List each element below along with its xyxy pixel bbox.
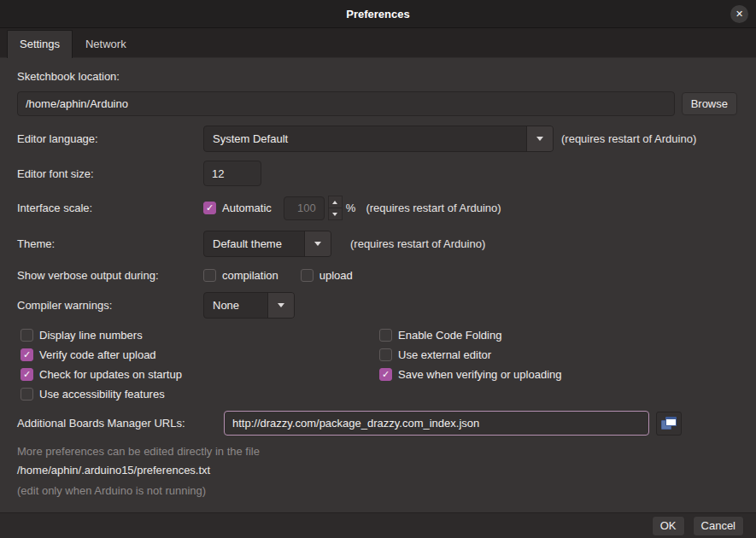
editor-language-dropdown[interactable]: System Default [203, 126, 554, 152]
browse-button[interactable]: Browse [682, 92, 737, 115]
verbose-compilation-label[interactable]: compilation [222, 269, 278, 282]
enable-code-folding-option[interactable]: Enable Code Folding [379, 325, 562, 345]
tab-network[interactable]: Network [73, 30, 139, 58]
theme-label: Theme: [17, 237, 203, 250]
enable-code-folding-label[interactable]: Enable Code Folding [398, 329, 501, 342]
sketchbook-location-label: Sketchbook location: [17, 70, 120, 83]
ok-button[interactable]: OK [652, 516, 685, 536]
enable-code-folding-checkbox[interactable] [379, 329, 392, 342]
display-line-numbers-checkbox[interactable] [21, 329, 33, 342]
save-when-verifying-label[interactable]: Save when verifying or uploading [398, 368, 562, 381]
theme-note: (requires restart of Arduino) [350, 237, 485, 250]
boards-manager-urls-label: Additional Boards Manager URLs: [17, 417, 224, 430]
compiler-warnings-label: Compiler warnings: [17, 299, 203, 312]
chevron-down-icon[interactable] [526, 126, 553, 151]
interface-scale-stepper[interactable] [328, 196, 343, 220]
boards-manager-urls-input[interactable] [224, 411, 649, 436]
automatic-scale-checkbox[interactable]: ✓ [203, 202, 216, 214]
accessibility-features-checkbox[interactable] [21, 388, 33, 401]
cancel-button[interactable]: Cancel [693, 516, 744, 536]
open-urls-editor-button[interactable] [656, 412, 682, 436]
interface-scale-note: (requires restart of Arduino) [366, 202, 501, 214]
chevron-down-icon[interactable] [267, 293, 294, 318]
editor-language-note: (requires restart of Arduino) [561, 132, 696, 145]
preferences-window: Preferences ✕ Settings Network Sketchboo… [0, 0, 756, 538]
close-icon: ✕ [735, 9, 743, 20]
verbose-compilation-checkbox[interactable] [203, 269, 216, 282]
compiler-warnings-value: None [204, 293, 267, 318]
check-updates-startup-label[interactable]: Check for updates on startup [39, 368, 182, 381]
automatic-scale-label[interactable]: Automatic [222, 202, 272, 214]
editor-font-size-label: Editor font size: [17, 167, 203, 180]
verify-code-after-upload-label[interactable]: Verify code after upload [39, 348, 156, 361]
window-title: Preferences [346, 8, 409, 20]
options-checkbox-grid: Display line numbers ✓ Verify code after… [21, 325, 737, 404]
save-when-verifying-checkbox[interactable]: ✓ [379, 368, 392, 381]
spin-up-button[interactable] [328, 196, 343, 208]
compiler-warnings-dropdown[interactable]: None [203, 292, 295, 319]
sketchbook-location-input[interactable] [17, 91, 675, 116]
accessibility-features-label[interactable]: Use accessibility features [39, 388, 165, 401]
verbose-upload-checkbox[interactable] [301, 269, 314, 282]
verbose-upload-label[interactable]: upload [319, 269, 353, 282]
theme-value: Default theme [204, 231, 304, 256]
use-external-editor-label[interactable]: Use external editor [398, 348, 491, 361]
spin-down-icon [332, 213, 337, 216]
accessibility-features-option[interactable]: Use accessibility features [21, 384, 379, 404]
edit-warning-note: (edit only when Arduino is not running) [17, 484, 737, 497]
verify-code-after-upload-option[interactable]: ✓ Verify code after upload [21, 345, 379, 365]
automatic-scale-option[interactable]: ✓ Automatic [203, 202, 272, 214]
interface-scale-label: Interface scale: [17, 202, 203, 214]
spin-down-button[interactable] [328, 208, 343, 220]
verbose-compilation-option[interactable]: compilation [203, 269, 278, 282]
verbose-output-label: Show verbose output during: [17, 269, 203, 282]
display-line-numbers-label[interactable]: Display line numbers [39, 329, 143, 342]
titlebar[interactable]: Preferences ✕ [0, 0, 756, 28]
editor-font-size-input[interactable] [203, 161, 261, 186]
theme-dropdown[interactable]: Default theme [203, 231, 331, 257]
new-window-icon [661, 417, 677, 430]
interface-scale-input [284, 196, 325, 220]
interface-scale-unit: % [346, 202, 356, 214]
check-updates-startup-checkbox[interactable]: ✓ [21, 368, 33, 381]
close-button[interactable]: ✕ [730, 5, 748, 23]
editor-language-value: System Default [204, 126, 526, 151]
use-external-editor-checkbox[interactable] [379, 348, 392, 361]
editor-language-label: Editor language: [17, 132, 203, 145]
tab-settings[interactable]: Settings [7, 30, 73, 58]
chevron-down-icon[interactable] [304, 231, 331, 256]
spin-up-icon [332, 201, 337, 204]
use-external-editor-option[interactable]: Use external editor [379, 345, 562, 365]
check-updates-startup-option[interactable]: ✓ Check for updates on startup [21, 365, 379, 384]
preferences-file-path: /home/aphin/.arduino15/preferences.txt [17, 464, 737, 477]
more-preferences-note: More preferences can be edited directly … [17, 445, 737, 458]
save-when-verifying-option[interactable]: ✓ Save when verifying or uploading [379, 365, 562, 384]
bottom-bar: OK Cancel [0, 512, 756, 538]
verify-code-after-upload-checkbox[interactable]: ✓ [21, 348, 33, 361]
display-line-numbers-option[interactable]: Display line numbers [21, 325, 379, 345]
tab-bar: Settings Network [0, 28, 756, 58]
settings-panel: Sketchbook location: Browse Editor langu… [0, 58, 756, 512]
verbose-upload-option[interactable]: upload [301, 269, 353, 282]
